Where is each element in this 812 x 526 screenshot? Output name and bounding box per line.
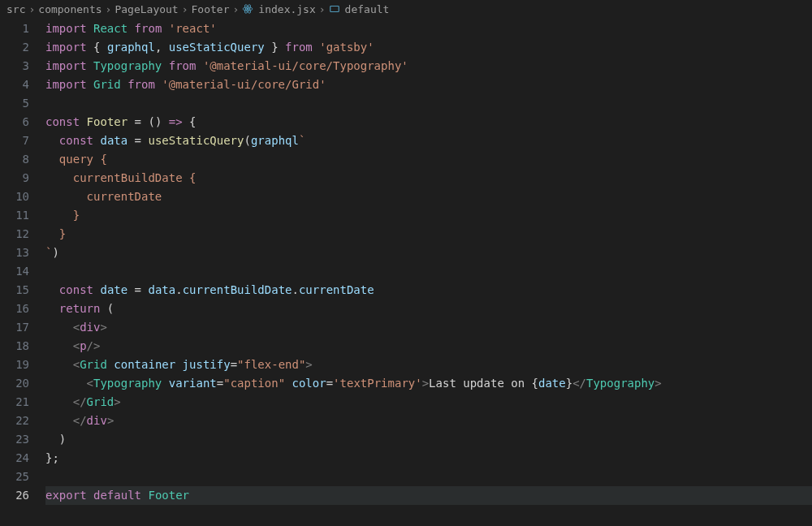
code-line[interactable]: currentDate xyxy=(45,188,812,206)
code-area[interactable]: import React from 'react'import { graphq… xyxy=(45,19,812,505)
code-line[interactable]: import Grid from '@material-ui/core/Grid… xyxy=(45,75,812,94)
breadcrumb-item[interactable]: index.jsx xyxy=(258,3,315,15)
code-editor[interactable]: 1234567891011121314151617181920212223242… xyxy=(0,18,812,505)
line-number: 24 xyxy=(0,449,29,468)
line-number: 10 xyxy=(0,188,29,206)
breadcrumb-item[interactable]: src xyxy=(6,3,25,15)
line-number: 13 xyxy=(0,244,29,262)
code-line[interactable]: query { xyxy=(45,150,812,169)
line-number: 20 xyxy=(0,374,29,393)
line-number: 2 xyxy=(0,38,29,57)
line-number: 14 xyxy=(0,262,29,281)
code-line[interactable]: <div> xyxy=(45,318,812,337)
breadcrumb-item[interactable]: components xyxy=(38,3,102,15)
code-line[interactable]: import Typography from '@material-ui/cor… xyxy=(45,57,812,75)
line-number: 25 xyxy=(0,468,29,486)
chevron-right-icon: › xyxy=(182,3,188,15)
chevron-right-icon: › xyxy=(319,3,326,15)
line-number: 15 xyxy=(0,281,29,300)
breadcrumb-item[interactable]: Footer xyxy=(192,3,230,15)
code-line[interactable]: const date = data.currentBuildDate.curre… xyxy=(45,281,812,300)
line-number: 18 xyxy=(0,337,29,356)
code-line[interactable]: const Footer = () => { xyxy=(45,113,812,132)
line-number: 21 xyxy=(0,393,29,412)
code-line[interactable]: export default Footer xyxy=(45,486,812,505)
chevron-right-icon: › xyxy=(233,3,240,15)
line-number: 1 xyxy=(0,19,29,38)
chevron-right-icon: › xyxy=(28,3,35,15)
line-number: 17 xyxy=(0,318,29,337)
line-number: 5 xyxy=(0,94,29,113)
breadcrumb-item[interactable]: default xyxy=(345,3,390,15)
chevron-right-icon: › xyxy=(106,3,112,15)
line-number: 26 xyxy=(0,486,29,505)
line-number: 11 xyxy=(0,206,29,225)
line-number-gutter: 1234567891011121314151617181920212223242… xyxy=(0,19,45,505)
code-line[interactable]: <Grid container justify="flex-end"> xyxy=(45,356,812,374)
code-line[interactable]: const data = useStaticQuery(graphql` xyxy=(45,132,812,150)
line-number: 4 xyxy=(0,75,29,94)
breadcrumb-item[interactable]: PageLayout xyxy=(114,3,178,15)
svg-point-0 xyxy=(247,8,248,10)
line-number: 19 xyxy=(0,356,29,374)
code-line[interactable]: } xyxy=(45,225,812,244)
code-line[interactable] xyxy=(45,468,812,486)
line-number: 8 xyxy=(0,150,29,169)
code-line[interactable]: import { graphql, useStaticQuery } from … xyxy=(45,38,812,57)
code-line[interactable]: currentBuildDate { xyxy=(45,169,812,188)
line-number: 6 xyxy=(0,113,29,132)
line-number: 16 xyxy=(0,300,29,318)
code-line[interactable]: <p/> xyxy=(45,337,812,356)
line-number: 3 xyxy=(0,57,29,75)
code-line[interactable]: ) xyxy=(45,430,812,449)
code-line[interactable]: </Grid> xyxy=(45,393,812,412)
code-line[interactable]: }; xyxy=(45,449,812,468)
code-line[interactable]: </div> xyxy=(45,412,812,430)
line-number: 23 xyxy=(0,430,29,449)
line-number: 7 xyxy=(0,132,29,150)
code-line[interactable]: `) xyxy=(45,244,812,262)
line-number: 22 xyxy=(0,412,29,430)
code-line[interactable]: <Typography variant="caption" color='tex… xyxy=(45,374,812,393)
breadcrumb: src › components › PageLayout › Footer ›… xyxy=(0,0,812,18)
code-line[interactable] xyxy=(45,262,812,281)
svg-rect-4 xyxy=(330,6,339,12)
symbol-variable-icon xyxy=(329,3,340,15)
code-line[interactable]: import React from 'react' xyxy=(45,19,812,38)
line-number: 9 xyxy=(0,169,29,188)
react-file-icon xyxy=(242,3,253,15)
code-line[interactable] xyxy=(45,94,812,113)
code-line[interactable]: return ( xyxy=(45,300,812,318)
code-line[interactable]: } xyxy=(45,206,812,225)
line-number: 12 xyxy=(0,225,29,244)
